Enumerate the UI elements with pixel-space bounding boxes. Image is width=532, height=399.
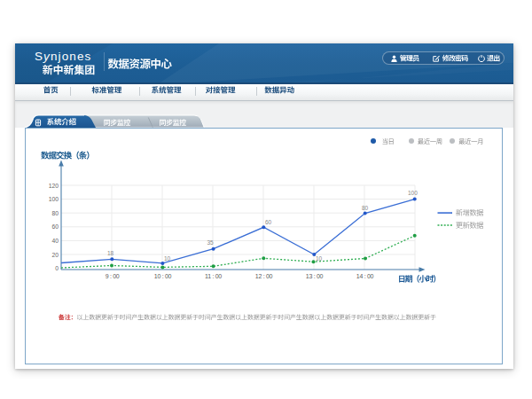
svg-text:10: 10 [316,255,323,262]
svg-text:80: 80 [51,209,59,215]
svg-text:60: 60 [265,219,272,225]
svg-text:10: 10 [164,255,171,262]
svg-text:100: 100 [49,196,59,202]
svg-text:100: 100 [408,190,418,196]
svg-text:35: 35 [207,239,215,246]
svg-text:13 : 00: 13 : 00 [306,273,324,279]
svg-text:9 : 00: 9 : 00 [106,273,120,279]
svg-text:18: 18 [107,249,114,255]
svg-text:40: 40 [51,238,59,244]
svg-text:11 : 00: 11 : 00 [205,273,222,279]
svg-text:14 : 00: 14 : 00 [356,273,374,279]
svg-text:20: 20 [51,251,59,257]
svg-text:120: 120 [49,182,59,188]
svg-text:60: 60 [51,223,59,230]
svg-text:10 : 00: 10 : 00 [154,273,172,279]
svg-text:0: 0 [55,265,59,271]
svg-text:12 : 00: 12 : 00 [255,273,273,279]
svg-text:80: 80 [362,204,369,210]
